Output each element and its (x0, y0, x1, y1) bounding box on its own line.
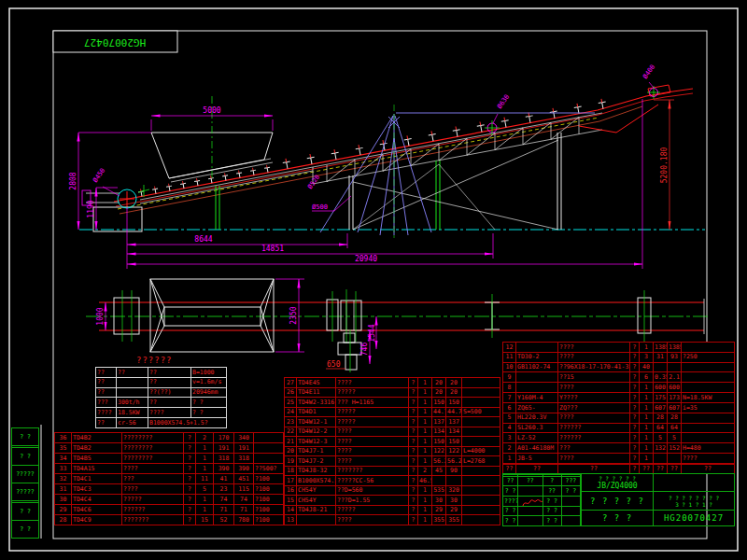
table-cell: 29 (432, 505, 446, 515)
table-cell: ? (630, 393, 640, 403)
table-cell: 5 (668, 433, 682, 443)
table-cell: CH54Y (297, 496, 336, 506)
table-cell: TD4W2-3316 (297, 398, 336, 408)
elevation-view: Ø450 Ø520 Ø500 Ø630 Ø400 5000 2808 1190 (69, 63, 705, 269)
table-cell: ?? (668, 465, 682, 474)
table-cell: ?? (96, 418, 117, 428)
table-cell: 36 (55, 433, 72, 443)
table-row: 32TD4C1????1141451?100 (55, 474, 284, 484)
table-cell: 11 (196, 474, 214, 484)
belt-return-line (120, 106, 642, 214)
table-cell: 16 (285, 485, 297, 496)
dim-span1: 8644 (194, 235, 212, 244)
table-cell: ?100 (254, 515, 284, 525)
table-cell: Y160M-4 (516, 393, 558, 403)
table-cell: ? ? (543, 497, 561, 507)
table-cell: ?100 (254, 474, 284, 484)
table-cell: 150 (432, 398, 446, 408)
cross-beam-plan (485, 294, 500, 338)
table-cell: JB-5 (516, 454, 558, 464)
table-cell: ? (184, 474, 196, 484)
dim-left-height: 2808 (69, 172, 78, 189)
table-cell: 20946mm (191, 387, 227, 398)
table-cell: 44.7 (446, 407, 462, 417)
table-cell: HL220.3V (516, 413, 558, 423)
table-cell: 20 (446, 378, 462, 388)
table-cell: 1385 (668, 343, 682, 353)
table-cell: 1 (640, 454, 654, 464)
table-cell: TD4E11 (297, 387, 336, 398)
table-cell (462, 387, 500, 398)
frame-label: HG20070427 (84, 36, 146, 49)
table-cell: ? (409, 427, 418, 437)
table-cell: ? (184, 515, 196, 525)
head-station-plan (638, 290, 651, 342)
table-cell: ? ? (12, 503, 39, 521)
table-row: 12?????113851385 (503, 343, 735, 353)
table-row: 18TD4J8-32????????24590 (285, 466, 500, 476)
title-block: ????????? ???? ?????? ?? ?? ?? ?? ? ? ? … (502, 473, 735, 526)
table-cell: ?100 (254, 495, 284, 505)
table-cell: ??500? (254, 464, 284, 474)
table-row: 35TD4B2?????????1191191 (55, 443, 284, 454)
table-cell: ? (630, 454, 640, 464)
table-cell: 32 (55, 474, 72, 484)
table-cell: 1385 (654, 343, 668, 353)
table-row: ? ?? ? (503, 516, 581, 526)
table-cell: ? (630, 372, 640, 383)
signature-scribble (521, 497, 543, 509)
table-cell: 1 (640, 413, 654, 423)
table-cell: 318 (234, 454, 254, 464)
table-cell: ???? (558, 352, 630, 362)
table-cell: 2 (196, 433, 214, 443)
table-cell: 52 (214, 515, 234, 525)
table-row: ????? (12, 466, 39, 483)
pulley-labels: Ø450 Ø520 Ø500 Ø630 Ø400 (92, 63, 656, 211)
table-cell: ???? (503, 497, 518, 507)
table-cell (462, 437, 500, 447)
table-cell: 29 (446, 505, 462, 515)
sheet-info-row1: ? ? ? ? ? ? ? ? (669, 495, 719, 501)
table-cell: 74 (214, 495, 234, 505)
table-cell: 1 (640, 433, 654, 443)
table-cell: TD4W12-3 (297, 437, 336, 447)
table-cell: ???? (682, 454, 735, 464)
table-cell: ? (409, 505, 418, 515)
table-cell: 64 (654, 423, 668, 433)
table-cell: N=18.5KW (682, 393, 735, 403)
table-cell: ???? (558, 343, 630, 353)
table-cell: ?? (654, 465, 668, 474)
table-cell: SL260.3 (516, 423, 558, 433)
table-cell: ?? (640, 465, 654, 474)
table-cell: 137 (432, 417, 446, 427)
table-cell: 28 (654, 413, 668, 423)
table-cell: ?? (148, 377, 191, 387)
table-cell: ??? (558, 443, 630, 454)
table-cell (297, 515, 336, 525)
table-cell: ? (630, 383, 640, 393)
table-cell: ? (409, 476, 418, 486)
table-cell: ????? (336, 417, 409, 427)
sheet-info-cell: ? ? ? ? ? ? ? ? 3 ? 1 ? 1 ? (653, 491, 735, 511)
table-cell: 35 (55, 443, 72, 454)
table-cell: ???? (122, 484, 184, 495)
table-cell: 607 (654, 402, 668, 413)
table-cell: TD4J7-2 (297, 456, 336, 467)
table-cell (654, 454, 668, 464)
table-cell: 23 (285, 417, 297, 427)
product-standard: JB/ZQ4000 (597, 482, 637, 490)
table-cell: ???? (336, 437, 409, 447)
table-cell (516, 372, 558, 383)
table-cell: 8 (503, 383, 516, 393)
sheet-info-row2: 3 ? 1 ? 1 ? (675, 501, 712, 508)
table-cell: 34 (55, 454, 72, 464)
table-cell: 30 (432, 496, 446, 506)
table-cell: 23 (214, 484, 234, 495)
table-cell: 451 (234, 474, 254, 484)
table-cell: ?100 (254, 505, 284, 515)
table-row: 36TD4B2?????????2170340 (55, 433, 284, 443)
table-row: 23TD4W12-1??????1137137 (285, 417, 500, 427)
table-cell: 134 (432, 427, 446, 437)
table-cell (117, 387, 148, 398)
table-row: 27TD4E4S?????12020 (285, 378, 500, 388)
